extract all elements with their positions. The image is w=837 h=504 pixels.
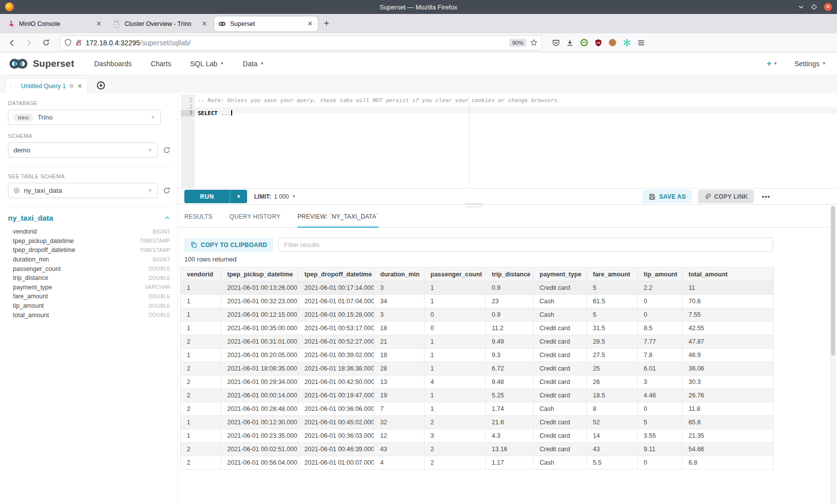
forward-button[interactable] xyxy=(22,36,36,50)
table-row[interactable]: 22021-06-01 00:31:01.0002021-06-01 00:52… xyxy=(181,335,774,349)
table-icon xyxy=(13,187,20,194)
column-header[interactable]: passenger_count xyxy=(424,267,486,281)
column-header[interactable]: duration_min xyxy=(374,267,424,281)
more-options-button[interactable]: ••• xyxy=(760,193,772,200)
browser-tab[interactable]: Superset✕ xyxy=(214,16,318,31)
table-cell: 2021-06-01 01:00:07.000 xyxy=(298,456,374,470)
window-close-button[interactable]: ✕ xyxy=(824,3,832,11)
schema-column-row: tip_amountDOUBLE xyxy=(8,301,170,311)
back-button[interactable] xyxy=(5,36,19,50)
column-type: TIMESTAMP xyxy=(140,238,170,244)
table-row[interactable]: 12021-06-01 00:12:15.0002021-06-01 00:15… xyxy=(181,308,774,322)
run-options-caret[interactable]: ▼ xyxy=(230,190,247,203)
results-tab-results[interactable]: RESULTS xyxy=(184,213,213,228)
column-header[interactable]: tpep_dropoff_datetime xyxy=(298,267,374,281)
save-as-button[interactable]: SAVE AS xyxy=(643,190,692,203)
window-titlebar: Superset — Mozilla Firefox ✕ xyxy=(0,0,837,14)
database-select[interactable]: trino Trino ▼ xyxy=(8,110,161,125)
save-icon xyxy=(649,193,656,200)
svg-text:U0: U0 xyxy=(596,41,600,44)
scrollbar-thumb[interactable] xyxy=(831,206,835,356)
table-row[interactable]: 12021-06-01 00:13:26.0002021-06-01 00:17… xyxy=(181,281,774,295)
table-row[interactable]: 12021-06-01 00:23:35.0002021-06-01 00:36… xyxy=(181,429,774,443)
refresh-schema-button[interactable] xyxy=(163,146,170,154)
new-item-menu[interactable]: +▼ xyxy=(767,59,778,69)
new-tab-button[interactable]: + xyxy=(319,18,334,29)
tracking-shield-icon[interactable] xyxy=(64,39,72,46)
add-query-tab-button[interactable] xyxy=(97,81,105,90)
drag-handle-icon[interactable]: ⋮⋮ xyxy=(8,83,17,89)
tab-close-icon[interactable]: ✕ xyxy=(201,20,208,27)
nav-item-charts[interactable]: Charts xyxy=(150,60,171,68)
table-row[interactable]: 22021-06-01 00:00:14.0002021-06-01 00:19… xyxy=(181,389,774,402)
tab-close-icon[interactable]: ✕ xyxy=(95,20,103,27)
table-cell: Credit card xyxy=(534,376,587,389)
table-cell: 1 xyxy=(424,335,486,349)
results-tab-preview[interactable]: PREVIEW: `NY_TAXI_DATA` xyxy=(297,213,379,228)
table-row[interactable]: 22021-06-01 00:56:04.0002021-06-01 01:00… xyxy=(181,456,774,470)
zoom-badge[interactable]: 90% xyxy=(509,39,527,47)
run-button[interactable]: RUN ▼ xyxy=(184,190,247,203)
table-row[interactable]: 12021-06-01 00:20:05.0002021-06-01 00:39… xyxy=(181,349,774,362)
table-cell: 1 xyxy=(181,349,221,362)
trino-icon xyxy=(113,20,121,28)
table-row[interactable]: 22021-06-01 18:08:35.0002021-06-01 18:36… xyxy=(181,362,774,376)
extensions-spark-icon[interactable] xyxy=(623,38,631,47)
firefox-icon xyxy=(5,2,14,11)
table-row[interactable]: 12021-06-01 00:12:30.0002021-06-01 00:45… xyxy=(181,416,774,429)
column-header[interactable]: fare_amount xyxy=(587,267,638,281)
copy-link-button[interactable]: COPY LINK xyxy=(698,190,754,203)
table-row[interactable]: 12021-06-01 00:35:00.0002021-06-01 00:53… xyxy=(181,322,774,335)
tab-close-icon[interactable]: ✕ xyxy=(306,20,314,27)
insecure-lock-icon[interactable] xyxy=(75,39,82,46)
nav-item-sql-lab[interactable]: SQL Lab▼ xyxy=(190,60,224,68)
browser-tab[interactable]: MinIO Console✕ xyxy=(3,16,107,31)
table-row[interactable]: 12021-06-01 00:32:23.0002021-06-01 01:07… xyxy=(181,295,774,308)
limit-control[interactable]: LIMIT: 1 000 ▼ xyxy=(254,193,296,200)
nav-item-dashboards[interactable]: Dashboards xyxy=(94,60,132,68)
superset-logo[interactable]: Superset xyxy=(8,57,74,70)
downloads-icon[interactable] xyxy=(566,39,574,47)
filter-results-input[interactable] xyxy=(278,238,773,252)
table-cell: 0 xyxy=(638,295,683,308)
results-scrollbar[interactable] xyxy=(830,205,836,504)
query-tab[interactable]: ⋮⋮ Untitled Query 1 ✕ xyxy=(5,78,88,93)
address-bar[interactable]: 172.18.0.4:32295/superset/sqllab/ 90% xyxy=(60,35,542,50)
table-row[interactable]: 22021-06-01 00:29:34.0002021-06-01 00:42… xyxy=(181,376,774,389)
table-cell: 2 xyxy=(424,416,486,429)
menu-button[interactable] xyxy=(637,39,645,47)
table-select[interactable]: ny_taxi_data ▼ xyxy=(8,183,158,198)
table-row[interactable]: 22021-06-01 00:02:51.0002021-06-01 00:46… xyxy=(181,443,774,456)
table-cell: 61.5 xyxy=(587,295,638,308)
column-header[interactable]: total_amount xyxy=(683,267,774,281)
table-cell: 3 xyxy=(638,376,683,389)
collapse-table-icon[interactable] xyxy=(164,215,170,221)
table-row[interactable]: 22021-06-01 00:28:48.0002021-06-01 00:36… xyxy=(181,402,774,416)
copy-to-clipboard-button[interactable]: COPY TO CLIPBOARD xyxy=(184,238,273,252)
nav-item-data[interactable]: Data▼ xyxy=(243,60,264,68)
schema-select[interactable]: demo ▼ xyxy=(8,142,158,158)
column-header[interactable]: tip_amount xyxy=(638,267,683,281)
column-header[interactable]: trip_distance xyxy=(486,267,534,281)
table-cell: 4.3 xyxy=(486,429,534,443)
results-tab-query-history[interactable]: QUERY HISTORY xyxy=(230,213,280,228)
ublock-icon[interactable]: U0 xyxy=(594,39,602,47)
table-cell: 8 xyxy=(587,402,638,416)
table-cell: 7.77 xyxy=(638,335,683,349)
table-panel-title[interactable]: ny_taxi_data xyxy=(8,214,164,222)
column-header[interactable]: tpep_pickup_datetime xyxy=(221,267,298,281)
reload-button[interactable] xyxy=(39,36,53,50)
refresh-tables-button[interactable] xyxy=(163,187,170,194)
greasemonkey-icon[interactable] xyxy=(580,38,588,47)
bookmark-star-icon[interactable] xyxy=(530,39,538,46)
query-tab-close-icon[interactable]: ✕ xyxy=(77,83,82,90)
column-header[interactable]: vendorid xyxy=(181,267,221,281)
sql-editor[interactable]: 123 -- Note: Unless you save your query,… xyxy=(178,95,837,189)
column-header[interactable]: payment_type xyxy=(534,267,587,281)
settings-menu[interactable]: Settings▼ xyxy=(794,60,826,68)
browser-tab[interactable]: Cluster Overview - Trino✕ xyxy=(109,16,212,31)
pocket-icon[interactable] xyxy=(552,39,560,47)
window-maximize-icon[interactable] xyxy=(811,4,817,10)
cookie-icon[interactable] xyxy=(608,38,617,47)
window-minimize-icon[interactable] xyxy=(798,4,804,10)
